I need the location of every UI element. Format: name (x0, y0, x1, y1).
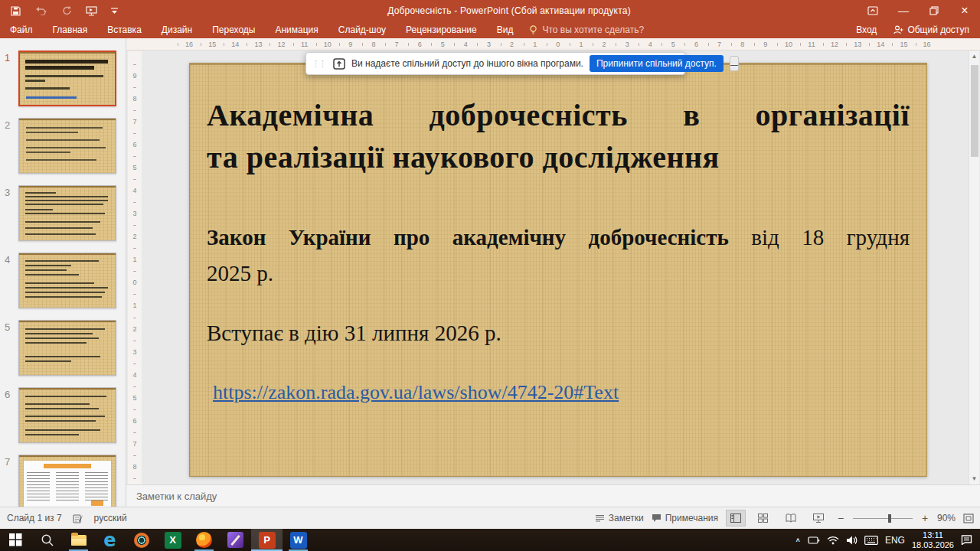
thumbnail-row-6[interactable]: 6 (5, 387, 126, 443)
zoom-out-button[interactable]: − (836, 512, 845, 524)
volume-icon[interactable] (846, 536, 858, 545)
graphics-app-icon[interactable] (220, 529, 251, 551)
taskbar-search-button[interactable] (31, 529, 63, 551)
zoom-slider-thumb[interactable] (888, 514, 891, 523)
slide-thumbnail-panel: 1 2 3 4 5 6 7 (0, 38, 126, 507)
banner-minimize-button[interactable]: — (730, 56, 739, 71)
thumbnail-row-7[interactable]: 7 (5, 455, 126, 507)
ruler-number: 8 (128, 455, 142, 478)
share-button[interactable]: Общий доступ (893, 24, 969, 35)
ribbon-tab-6[interactable]: Анимация (265, 22, 328, 37)
slide-thumbnail[interactable] (18, 320, 116, 376)
wifi-icon[interactable] (827, 536, 839, 545)
scrollbar-thumb[interactable] (971, 65, 978, 157)
slide-effective-date[interactable]: Вступає в дію 31 липня 2026 р. (207, 321, 910, 346)
save-icon[interactable] (11, 6, 21, 16)
restore-button[interactable] (919, 0, 949, 21)
thumbnail-row-3[interactable]: 3 (5, 185, 126, 241)
slide-law-paragraph[interactable]: Закон України про академічну доброчесніс… (207, 221, 910, 255)
ribbon-tab-4[interactable]: Дизайн (152, 22, 202, 37)
fit-to-window-icon[interactable] (963, 514, 974, 523)
thumbnail-preview (20, 52, 115, 105)
tray-expand-icon[interactable]: ∧ (795, 536, 801, 543)
thumbnail-number: 3 (5, 185, 18, 241)
normal-view-button[interactable] (726, 510, 746, 527)
reading-view-button[interactable] (781, 510, 801, 527)
ruler-number: 6 (408, 38, 431, 51)
redo-icon[interactable] (62, 6, 72, 16)
ribbon-tab-8[interactable]: Рецензирование (396, 22, 487, 37)
notes-placeholder: Заметки к слайду (136, 491, 217, 502)
slide-law-bold: Закон України про академічну доброчесніс… (207, 225, 729, 249)
slide-thumbnail[interactable] (18, 387, 116, 443)
stop-sharing-button[interactable]: Припинити спільний доступ. (590, 55, 724, 72)
ruler-number: 5 (431, 38, 454, 51)
zoom-in-button[interactable]: + (920, 512, 929, 524)
ruler-number: 12 (270, 38, 292, 51)
slide-thumbnail[interactable] (18, 455, 116, 507)
canvas-scrollbar[interactable]: ▲ ▼ (969, 51, 979, 484)
device-icon[interactable] (808, 536, 820, 545)
slide-title[interactable]: Академічна доброчесність в організації т… (207, 94, 910, 178)
slide-thumbnail[interactable] (18, 118, 116, 174)
slide-hyperlink[interactable]: https://zakon.rada.gov.ua/laws/show/4742… (213, 381, 619, 404)
notes-toggle[interactable]: Заметки (595, 513, 644, 523)
ruler-number: 2 (128, 225, 142, 248)
drag-handle-icon[interactable]: ⋮⋮ (310, 60, 327, 67)
touch-keyboard-icon[interactable] (864, 536, 878, 545)
slide-thumbnail[interactable] (18, 51, 116, 106)
ribbon-tab-1[interactable]: Файл (0, 22, 43, 37)
comments-toggle[interactable]: Примечания (652, 513, 718, 523)
ribbon-tab-3[interactable]: Вставка (97, 22, 152, 37)
word-icon[interactable]: W (283, 529, 314, 551)
spellcheck-icon[interactable] (73, 514, 83, 523)
slide-thumbnail[interactable] (18, 253, 116, 308)
ribbon-tab-5[interactable]: Переходы (202, 22, 265, 37)
slideshow-view-button[interactable] (808, 510, 828, 527)
slide-thumbnail[interactable] (18, 185, 116, 241)
tell-me-box[interactable]: Что вы хотите сделать? (529, 24, 644, 35)
undo-icon[interactable] (34, 6, 48, 15)
image-viewer-icon[interactable] (126, 529, 157, 551)
thumbnail-row-4[interactable]: 4 (5, 253, 126, 308)
lightbulb-icon (529, 25, 537, 35)
notes-pane[interactable]: Заметки к слайду (126, 484, 980, 507)
ribbon-tab-7[interactable]: Слайд-шоу (328, 22, 396, 37)
excel-icon[interactable]: X (157, 529, 188, 551)
taskbar-clock[interactable]: 13:11 18.03.2026 (912, 530, 954, 550)
ruler-number: 6 (128, 133, 142, 156)
thumbnail-row-2[interactable]: 2 (5, 118, 126, 174)
firefox-icon[interactable] (188, 529, 220, 551)
ruler-number: 4 (454, 38, 477, 51)
ribbon-display-options-icon[interactable] (858, 0, 888, 21)
slide-sorter-view-button[interactable] (753, 510, 773, 527)
ribbon-tab-2[interactable]: Главная (43, 22, 98, 37)
thumbnail-preview (19, 455, 116, 507)
scroll-down-icon[interactable]: ▼ (972, 474, 978, 484)
input-language-indicator[interactable]: ENG (885, 535, 905, 546)
ruler-number: 16 (178, 38, 201, 51)
proofing-language[interactable]: русский (94, 513, 127, 523)
action-center-icon[interactable] (961, 535, 972, 545)
zoom-slider[interactable] (853, 518, 913, 519)
scroll-up-icon[interactable]: ▲ (972, 51, 978, 62)
thumbnail-row-5[interactable]: 5 (5, 320, 126, 376)
file-explorer-icon[interactable] (63, 529, 94, 551)
start-button[interactable] (0, 529, 31, 551)
slide-canvas[interactable]: Академічна доброчесність в організації т… (189, 63, 927, 477)
minimize-button[interactable]: — (888, 0, 919, 21)
start-slideshow-icon[interactable] (86, 6, 97, 16)
powerpoint-icon[interactable]: P (251, 529, 283, 551)
notes-toggle-label: Заметки (609, 513, 644, 523)
edge-browser-icon[interactable]: e (94, 529, 126, 551)
clock-time: 13:11 (912, 530, 954, 540)
customize-qat-icon[interactable] (111, 8, 118, 15)
close-button[interactable]: × (949, 0, 980, 21)
scrollbar-track[interactable] (969, 62, 979, 474)
sign-in-button[interactable]: Вход (856, 24, 877, 35)
ribbon-tab-9[interactable]: Вид (487, 22, 524, 37)
status-bar: Слайд 1 из 7 русский Заметки Примечания (0, 507, 980, 529)
zoom-level[interactable]: 90% (937, 513, 956, 523)
ruler-number: 14 (869, 38, 892, 51)
thumbnail-row-1[interactable]: 1 (5, 51, 126, 106)
